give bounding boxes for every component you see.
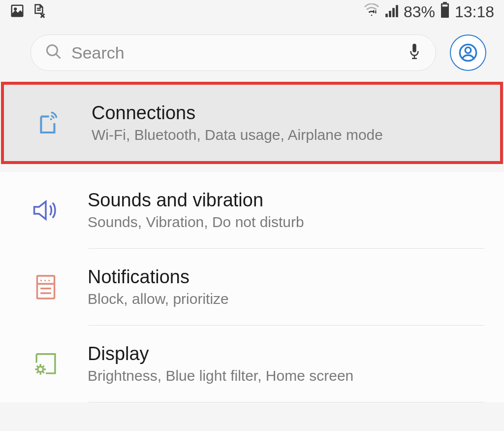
document-error-icon xyxy=(32,3,46,20)
signal-icon xyxy=(385,3,399,21)
svg-rect-21 xyxy=(37,276,54,298)
microphone-icon[interactable] xyxy=(407,42,422,64)
display-icon xyxy=(32,350,60,378)
svg-point-13 xyxy=(47,45,58,56)
svg-rect-12 xyxy=(442,4,448,6)
item-subtitle: Block, allow, prioritize xyxy=(88,291,229,307)
item-title: Display xyxy=(88,343,353,365)
connections-icon xyxy=(35,109,64,137)
settings-item-connections[interactable]: Connections Wi-Fi, Bluetooth, Data usage… xyxy=(4,85,500,161)
svg-point-23 xyxy=(44,279,46,281)
sound-icon xyxy=(32,196,60,225)
item-title: Sounds and vibration xyxy=(88,190,304,211)
settings-item-sounds[interactable]: Sounds and vibration Sounds, Vibration, … xyxy=(0,172,504,248)
search-input[interactable] xyxy=(71,43,398,63)
item-subtitle: Wi-Fi, Bluetooth, Data usage, Airplane m… xyxy=(92,127,383,143)
notifications-icon xyxy=(32,273,60,301)
gallery-icon xyxy=(10,3,25,20)
wifi-icon xyxy=(363,3,380,21)
search-bar[interactable] xyxy=(31,34,436,71)
search-row xyxy=(0,24,504,82)
svg-point-19 xyxy=(465,47,471,53)
svg-rect-6 xyxy=(385,13,388,17)
svg-line-14 xyxy=(56,54,61,59)
item-subtitle: Sounds, Vibration, Do not disturb xyxy=(88,214,304,231)
svg-line-34 xyxy=(43,371,44,373)
svg-point-20 xyxy=(50,118,52,120)
svg-rect-7 xyxy=(389,11,391,17)
settings-item-display[interactable]: Display Brightness, Blue light filter, H… xyxy=(0,326,504,402)
svg-rect-9 xyxy=(396,5,398,17)
status-time: 13:18 xyxy=(455,3,494,21)
divider xyxy=(89,402,484,402)
item-subtitle: Brightness, Blue light filter, Home scre… xyxy=(88,367,353,384)
svg-line-35 xyxy=(37,371,38,373)
svg-rect-15 xyxy=(412,44,416,53)
battery-percent: 83% xyxy=(404,3,435,21)
svg-point-1 xyxy=(14,8,16,10)
svg-line-33 xyxy=(37,365,38,367)
battery-icon xyxy=(440,2,450,22)
highlight-box: Connections Wi-Fi, Bluetooth, Data usage… xyxy=(1,82,503,164)
svg-rect-10 xyxy=(443,2,447,3)
svg-line-36 xyxy=(43,365,44,367)
svg-point-22 xyxy=(40,279,42,281)
settings-item-notifications[interactable]: Notifications Block, allow, prioritize xyxy=(0,249,504,325)
svg-point-24 xyxy=(48,279,50,281)
status-bar: 83% 13:18 xyxy=(0,0,504,24)
svg-rect-8 xyxy=(392,8,395,17)
profile-button[interactable] xyxy=(450,34,486,71)
item-title: Notifications xyxy=(88,266,229,288)
svg-point-28 xyxy=(38,366,43,372)
search-icon xyxy=(45,43,63,63)
item-title: Connections xyxy=(92,102,383,124)
